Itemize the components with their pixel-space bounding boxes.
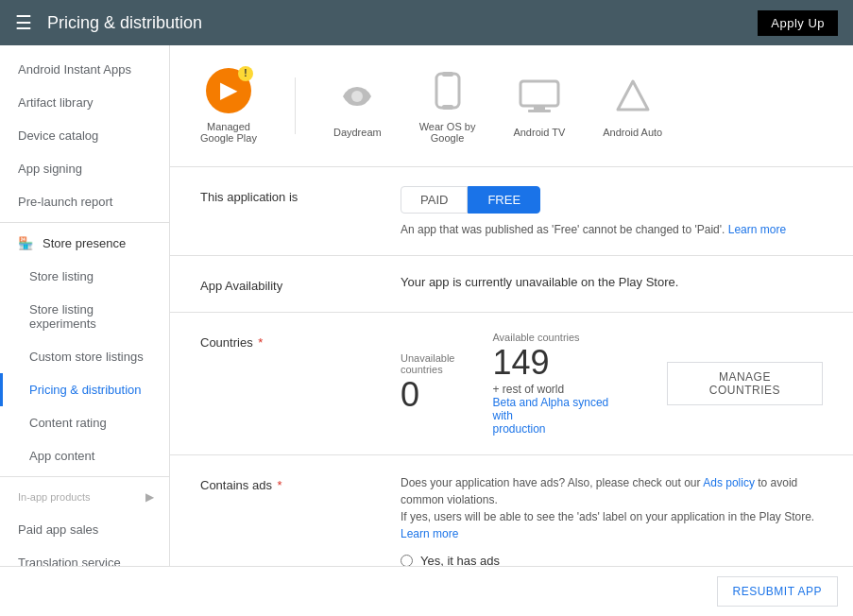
sidebar-label: Paid app sales: [18, 522, 98, 537]
apply-up-button[interactable]: Apply Up: [758, 10, 838, 36]
contains-ads-section: Contains ads * Does your application hav…: [170, 455, 853, 566]
sidebar-label: In-app products: [18, 491, 90, 503]
sidebar-item-app-signing[interactable]: App signing: [0, 152, 169, 185]
sidebar-item-pricing-distribution[interactable]: Pricing & distribution: [0, 373, 169, 406]
platform-label-wear-os: Wear OS byGoogle: [419, 121, 476, 144]
svg-rect-7: [534, 106, 545, 110]
sidebar-divider-2: [0, 476, 169, 477]
learn-more-link[interactable]: Learn more: [728, 223, 786, 236]
svg-rect-6: [520, 81, 558, 106]
contains-ads-label: Contains ads *: [200, 474, 370, 492]
unavailable-count: 0: [401, 375, 454, 415]
app-availability-section: App Availability Your app is currently u…: [170, 256, 853, 313]
notification-badge: !: [238, 66, 253, 81]
bottom-bar: RESUBMIT APP: [0, 566, 853, 616]
store-presence-icon: 🏪: [18, 236, 33, 250]
rest-of-world: + rest of world: [492, 383, 628, 396]
available-label: Available countries: [492, 332, 628, 343]
contains-ads-content: Does your application have ads? Also, pl…: [401, 474, 823, 566]
sidebar-item-store-presence[interactable]: 🏪 Store presence: [0, 227, 169, 260]
platform-android-tv[interactable]: Android TV: [513, 74, 565, 138]
ads-policy-link[interactable]: Ads policy: [703, 476, 755, 489]
this-application-is-section: This application is PAID FREE An app tha…: [170, 167, 853, 256]
pricing-buttons: PAID FREE: [401, 186, 823, 214]
ads-radio-row: Yes, it has ads: [401, 554, 823, 566]
yes-has-ads-label: Yes, it has ads: [420, 554, 500, 566]
pricing-info-text: An app that was published as 'Free' cann…: [401, 223, 823, 236]
main-layout: Android Instant Apps Artifact library De…: [0, 45, 853, 566]
sidebar-item-store-listing-experiments[interactable]: Store listing experiments: [0, 293, 169, 340]
platform-wear-os[interactable]: Wear OS byGoogle: [419, 68, 476, 144]
platform-android-auto[interactable]: Android Auto: [603, 74, 662, 138]
sidebar-label: Content rating: [29, 416, 107, 430]
sidebar-label: Pricing & distribution: [29, 383, 142, 397]
sidebar-item-custom-store-listings[interactable]: Custom store listings: [0, 340, 169, 373]
synced-text: Beta and Alpha synced withproduction: [492, 396, 628, 436]
availability-label: App Availability: [200, 275, 370, 293]
sidebar-label: App content: [29, 449, 94, 463]
resubmit-app-button[interactable]: RESUBMIT APP: [717, 576, 838, 607]
free-button[interactable]: FREE: [468, 186, 540, 214]
hamburger-icon[interactable]: ☰: [15, 11, 32, 34]
sidebar-label: Artifact library: [18, 95, 93, 110]
sidebar-item-device-catalog[interactable]: Device catalog: [0, 119, 169, 152]
ads-learn-more-link[interactable]: Learn more: [401, 527, 458, 540]
contains-ads-row: Contains ads * Does your application hav…: [200, 474, 823, 566]
sidebar-label: Translation service: [18, 556, 121, 566]
sidebar-item-in-app-products[interactable]: In-app products ▶: [0, 481, 169, 513]
countries-section: Countries * Unavailablecountries 0 Avail…: [170, 313, 853, 455]
manage-countries-button[interactable]: MANAGE COUNTRIES: [667, 362, 823, 405]
platforms-section: ▶ ! ManagedGoogle Play Daydream: [170, 45, 853, 167]
sidebar: Android Instant Apps Artifact library De…: [0, 45, 170, 566]
sidebar-label: Store listing: [29, 269, 94, 283]
yes-has-ads-radio[interactable]: [401, 555, 413, 566]
sidebar-item-artifact-library[interactable]: Artifact library: [0, 86, 169, 119]
sidebar-item-content-rating[interactable]: Content rating: [0, 406, 169, 439]
svg-marker-9: [618, 81, 648, 110]
sidebar-label: Store listing experiments: [29, 302, 154, 331]
managed-google-play-icon: ▶ !: [206, 68, 251, 113]
platform-separator-1: [295, 77, 296, 134]
sidebar-item-paid-app-sales[interactable]: Paid app sales: [0, 513, 169, 546]
sidebar-item-store-listing[interactable]: Store listing: [0, 260, 169, 293]
wear-os-icon: [425, 68, 470, 113]
sidebar-item-pre-launch-report[interactable]: Pre-launch report: [0, 185, 169, 218]
platform-label-android-auto: Android Auto: [603, 127, 662, 138]
daydream-icon: [334, 74, 380, 119]
svg-rect-5: [442, 105, 453, 110]
availability-content: Your app is currently unavailable on the…: [401, 275, 823, 289]
application-type-row: This application is PAID FREE An app tha…: [200, 186, 823, 236]
application-type-content: PAID FREE An app that was published as '…: [401, 186, 823, 236]
platform-managed-google-play[interactable]: ▶ ! ManagedGoogle Play: [200, 68, 257, 144]
app-title: Pricing & distribution: [47, 13, 758, 33]
available-countries-detail: Available countries 149 + rest of world …: [492, 332, 628, 436]
sidebar-label: Device catalog: [18, 128, 98, 143]
sidebar-label: Store presence: [43, 236, 126, 250]
countries-stats-row: Unavailablecountries 0 Available countri…: [401, 332, 823, 436]
android-auto-icon: [610, 74, 656, 119]
arrow-icon: ▶: [145, 490, 154, 504]
svg-text:▶: ▶: [220, 77, 238, 102]
sidebar-item-android-instant-apps[interactable]: Android Instant Apps: [0, 53, 169, 86]
application-type-label: This application is: [200, 186, 370, 204]
sidebar-divider: [0, 222, 169, 223]
availability-text: Your app is currently unavailable on the…: [401, 275, 678, 289]
platform-label-daydream: Daydream: [333, 127, 382, 138]
platform-label-android-tv: Android TV: [513, 127, 565, 138]
available-count: 149: [492, 343, 628, 383]
sidebar-item-translation-service[interactable]: Translation service: [0, 546, 169, 566]
sidebar-label: App signing: [18, 162, 82, 176]
unavailable-countries-stat: Unavailablecountries 0: [401, 352, 454, 415]
sidebar-label: Android Instant Apps: [18, 62, 131, 77]
platform-label-managed: ManagedGoogle Play: [200, 121, 257, 144]
availability-row: App Availability Your app is currently u…: [200, 275, 823, 293]
countries-label: Countries *: [200, 332, 370, 350]
svg-rect-4: [442, 72, 453, 77]
svg-point-2: [351, 91, 363, 102]
sidebar-item-app-content[interactable]: App content: [0, 439, 169, 472]
platform-daydream[interactable]: Daydream: [333, 74, 382, 138]
top-nav: ☰ Pricing & distribution Apply Up: [0, 0, 853, 45]
sidebar-label: Pre-launch report: [18, 195, 112, 209]
unavailable-label: Unavailablecountries: [401, 352, 454, 375]
paid-button[interactable]: PAID: [401, 186, 468, 214]
